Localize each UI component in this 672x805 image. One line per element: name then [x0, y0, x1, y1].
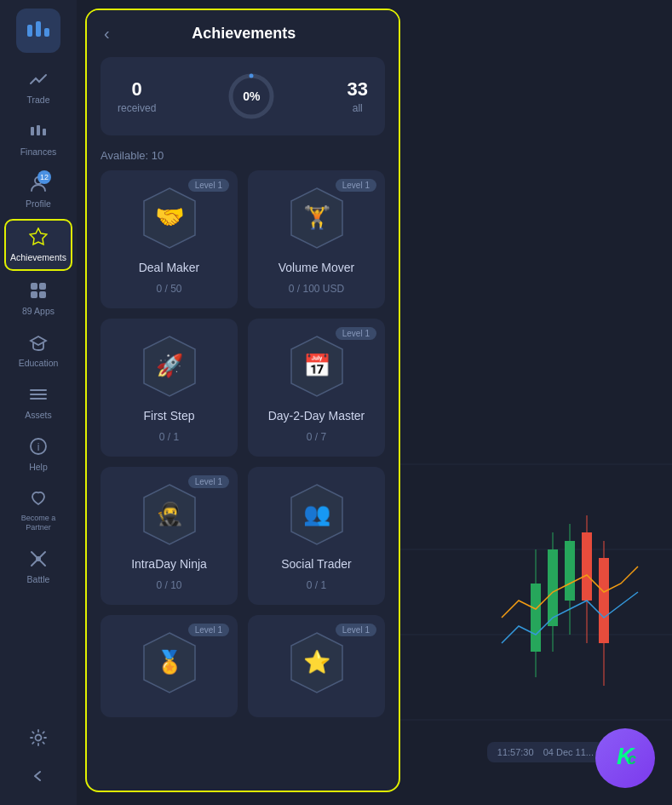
achievements-icon: [29, 227, 48, 249]
svg-text:🥷: 🥷: [156, 500, 184, 527]
svg-text:🚀: 🚀: [156, 352, 184, 379]
achievement-card-day2day[interactable]: Level 1 📅 Day-2-Day Master 0 / 7: [248, 319, 385, 457]
brand-logo[interactable]: K c: [595, 728, 655, 788]
back-button[interactable]: ‹: [104, 24, 110, 43]
sidebar-label-profile: Profile: [26, 198, 51, 209]
volume-mover-icon: 🏋: [283, 184, 351, 252]
svg-text:i: i: [37, 441, 40, 453]
svg-rect-0: [27, 25, 32, 37]
gear-icon: [29, 728, 48, 750]
achievement-card-social[interactable]: 👥 Social Trader 0 / 1: [248, 467, 385, 605]
ninja-icon: 🥷: [135, 480, 204, 549]
sidebar-label-trade: Trade: [26, 95, 49, 105]
social-icon: 👥: [283, 480, 351, 549]
sidebar-label-help: Help: [29, 462, 48, 472]
available-label: Available: 10: [87, 149, 399, 170]
sidebar-item-battle[interactable]: Battle: [4, 543, 72, 591]
achievement-panel: ‹ Achievements 0 received 0% 33 all Avai…: [85, 9, 400, 792]
sidebar-item-education[interactable]: Education: [4, 326, 72, 375]
sidebar-item-finances[interactable]: Finances: [4, 115, 72, 164]
sidebar-item-assets[interactable]: Assets: [4, 378, 72, 427]
sidebar-label-apps: 89 Apps: [22, 306, 55, 316]
volume-mover-name: Volume Mover: [279, 261, 354, 274]
all-label: all: [347, 102, 368, 114]
svg-rect-11: [39, 291, 46, 298]
sidebar-item-help[interactable]: i Help: [4, 430, 72, 479]
achievement-card-volume-mover[interactable]: Level 1 🏋 Volume Mover 0 / 100 USD: [248, 170, 385, 308]
svg-rect-26: [531, 584, 541, 652]
bottom-info: 11:57:30 04 Dec 11...: [487, 742, 604, 762]
logo-letter: K c: [608, 739, 642, 779]
progress-circle: 0%: [226, 71, 277, 122]
achievement-card-deal-maker[interactable]: Level 1 🤝 Deal Maker 0 / 50: [101, 170, 238, 308]
svg-text:🤝: 🤝: [154, 203, 184, 231]
achievement-grid: Level 1 🤝 Deal Maker 0 / 50 Level 1 🏋: [87, 170, 399, 717]
ninja-progress: 0 / 10: [156, 579, 181, 591]
sidebar-label-education: Education: [19, 358, 59, 368]
partner-icon: [29, 489, 48, 510]
date-display: 04 Dec 11...: [543, 747, 594, 757]
sidebar: Trade Finances 12 Profile Achieveme: [0, 0, 77, 805]
achievement-card-ninja[interactable]: Level 1 🥷 IntraDay Ninja 0 / 10: [101, 467, 238, 605]
sidebar-item-settings[interactable]: [4, 722, 72, 756]
sidebar-item-trade[interactable]: Trade: [4, 63, 72, 112]
svg-rect-8: [31, 283, 37, 290]
all-stat: 33 all: [347, 78, 368, 114]
deal-maker-name: Deal Maker: [139, 261, 200, 274]
ninja-name: IntraDay Ninja: [131, 557, 207, 571]
day2day-progress: 0 / 7: [307, 431, 326, 443]
svg-rect-34: [599, 558, 609, 643]
achievement-card-item7[interactable]: Level 1 🏅: [101, 615, 238, 717]
sidebar-item-collapse[interactable]: [4, 760, 72, 795]
sidebar-label-achievements: Achievements: [10, 252, 66, 262]
sidebar-item-achievements[interactable]: Achievements: [4, 219, 72, 271]
svg-rect-9: [39, 283, 46, 290]
volume-mover-progress: 0 / 100 USD: [289, 283, 344, 295]
time-display: 11:57:30: [497, 747, 534, 757]
apps-icon: [29, 281, 48, 302]
svg-rect-28: [548, 549, 558, 626]
svg-rect-3: [31, 127, 34, 135]
svg-text:🏅: 🏅: [156, 648, 184, 676]
first-step-icon: 🚀: [135, 332, 204, 400]
sidebar-item-partner[interactable]: Become a Partner: [4, 482, 72, 539]
svg-text:⭐: ⭐: [303, 648, 331, 676]
svg-rect-4: [37, 125, 40, 135]
svg-point-20: [36, 735, 42, 741]
sidebar-label-partner: Become a Partner: [8, 514, 69, 532]
day2day-name: Day-2-Day Master: [268, 409, 365, 423]
sidebar-label-assets: Assets: [25, 410, 52, 420]
panel-title: Achievements: [123, 25, 365, 43]
collapse-icon: [29, 767, 48, 788]
received-stat: 0 received: [118, 78, 156, 114]
percent-value: 0%: [226, 71, 277, 122]
sidebar-item-apps[interactable]: 89 Apps: [4, 274, 72, 323]
svg-rect-2: [44, 28, 49, 37]
svg-rect-30: [565, 541, 575, 601]
stats-bar: 0 received 0% 33 all: [101, 57, 385, 135]
social-progress: 0 / 1: [307, 579, 326, 591]
achievement-card-first-step[interactable]: 🚀 First Step 0 / 1: [101, 319, 238, 457]
item7-icon: 🏅: [135, 629, 204, 697]
achievement-card-item8[interactable]: Level 1 ⭐: [248, 615, 385, 717]
sidebar-item-profile[interactable]: 12 Profile: [4, 167, 72, 216]
item8-icon: ⭐: [283, 629, 351, 697]
panel-header: ‹ Achievements: [87, 10, 399, 57]
svg-rect-5: [43, 129, 46, 135]
svg-text:👥: 👥: [303, 500, 331, 527]
svg-rect-10: [31, 291, 37, 298]
trade-icon: [29, 70, 48, 91]
logo[interactable]: [16, 9, 60, 53]
svg-rect-32: [582, 532, 592, 601]
sidebar-label-finances: Finances: [20, 147, 57, 157]
finances-icon: [29, 122, 48, 143]
help-icon: i: [29, 437, 48, 458]
svg-point-19: [36, 556, 41, 561]
all-value: 33: [347, 78, 368, 101]
battle-icon: [29, 549, 48, 571]
education-icon: [29, 333, 48, 354]
social-name: Social Trader: [281, 557, 351, 571]
svg-text:📅: 📅: [303, 352, 331, 379]
sidebar-label-battle: Battle: [27, 574, 50, 584]
svg-text:c: c: [628, 750, 636, 768]
